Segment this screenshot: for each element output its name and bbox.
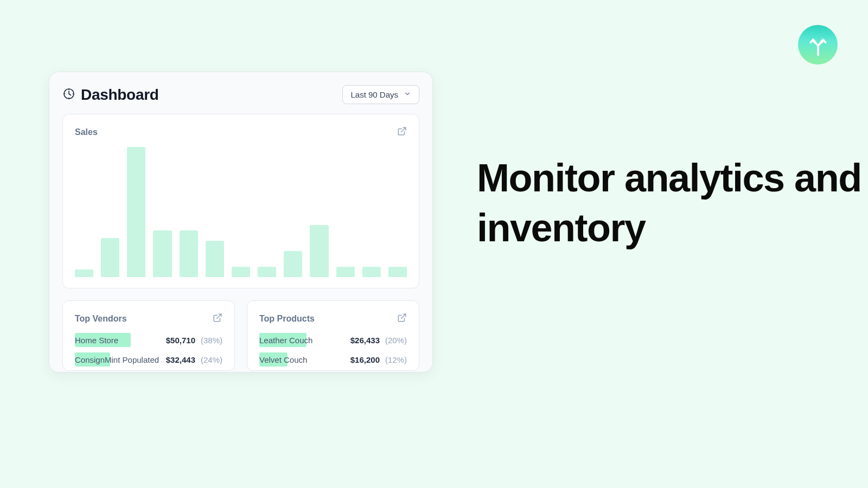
sales-panel: Sales	[62, 114, 419, 288]
chart-bar	[153, 230, 171, 277]
dashboard-card: Dashboard Last 90 Days Sales Top Vendors	[49, 72, 433, 373]
svg-line-2	[217, 314, 221, 318]
chart-bar	[284, 251, 302, 277]
top-products-title: Top Products	[259, 314, 315, 324]
chart-bar	[75, 269, 93, 277]
chart-bar	[101, 238, 119, 277]
external-link-icon[interactable]	[397, 313, 407, 325]
top-products-panel: Top Products Leather Couch$26,433(20%)Ve…	[247, 300, 419, 371]
period-select-label: Last 90 Days	[350, 90, 398, 99]
marketing-headline: Monitor analytics and inventory	[477, 153, 868, 253]
dashboard-header: Dashboard Last 90 Days	[62, 85, 419, 104]
row-amount: $16,200	[350, 355, 380, 364]
row-name: Velvet Couch	[259, 355, 307, 364]
dashboard-icon	[62, 87, 75, 102]
chart-bar	[180, 230, 198, 277]
app-logo	[798, 25, 838, 65]
chart-bar	[336, 267, 355, 277]
row-percent: (20%)	[385, 336, 407, 345]
chart-bar	[310, 225, 328, 277]
row-percent: (38%)	[201, 336, 222, 345]
row-name: ConsignMint Populated	[75, 355, 159, 364]
period-select[interactable]: Last 90 Days	[342, 85, 419, 104]
top-vendors-panel: Top Vendors Home Store$50,710(38%)Consig…	[62, 300, 235, 371]
chart-bar	[206, 241, 224, 277]
sales-bar-chart	[75, 147, 407, 277]
bottom-panels: Top Vendors Home Store$50,710(38%)Consig…	[62, 300, 419, 371]
row-percent: (12%)	[385, 355, 407, 364]
row-name: Home Store	[75, 336, 118, 345]
chart-bar	[362, 267, 381, 277]
dashboard-title-wrap: Dashboard	[62, 86, 159, 104]
list-item: Leather Couch$26,433(20%)	[259, 333, 407, 346]
top-vendors-title: Top Vendors	[75, 314, 127, 324]
row-amount: $32,443	[166, 355, 195, 364]
chevron-down-icon	[404, 90, 411, 99]
external-link-icon[interactable]	[213, 313, 222, 325]
chart-bar	[232, 267, 250, 277]
row-name: Leather Couch	[259, 336, 312, 345]
chart-bar	[258, 267, 276, 277]
chart-bar	[388, 267, 407, 277]
svg-line-1	[401, 127, 406, 132]
list-item: Home Store$50,710(38%)	[75, 333, 222, 346]
page-title: Dashboard	[81, 86, 159, 104]
row-amount: $50,710	[166, 336, 195, 345]
row-percent: (24%)	[201, 355, 222, 364]
chart-bar	[127, 147, 145, 277]
list-item: ConsignMint Populated$32,443(24%)	[75, 353, 222, 366]
list-item: Velvet Couch$16,200(12%)	[259, 353, 407, 366]
external-link-icon[interactable]	[397, 126, 407, 138]
svg-line-3	[401, 314, 406, 318]
row-amount: $26,433	[350, 336, 380, 345]
sales-panel-title: Sales	[75, 127, 98, 137]
